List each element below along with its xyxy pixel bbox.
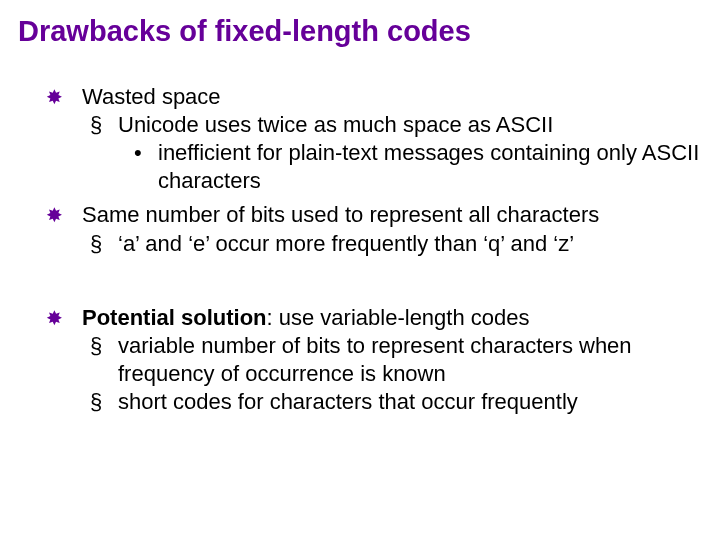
bullet-text: Unicode uses twice as much space as ASCI… [118, 112, 553, 137]
bullet-text: short codes for characters that occur fr… [118, 389, 578, 414]
bullet-rest: : use variable-length codes [267, 305, 530, 330]
star-bullet-icon: ✸ [46, 85, 63, 111]
bullet-text: Potential solution: use variable-length … [82, 305, 530, 330]
bullet-text: inefficient for plain-text messages cont… [158, 140, 699, 193]
bullet-level2: short codes for characters that occur fr… [90, 388, 702, 416]
bold-prefix: Potential solution [82, 305, 267, 330]
bullet-text: Same number of bits used to represent al… [82, 202, 599, 227]
slide: Drawbacks of fixed-length codes ✸ Wasted… [0, 0, 720, 540]
bullet-level2: Unicode uses twice as much space as ASCI… [90, 111, 702, 195]
spacer [46, 264, 702, 304]
bullet-text: variable number of bits to represent cha… [118, 333, 632, 386]
bullet-level1: ✸ Potential solution: use variable-lengt… [46, 304, 702, 417]
bullet-level1: ✸ Same number of bits used to represent … [46, 201, 702, 257]
bullet-level3: inefficient for plain-text messages cont… [130, 139, 702, 195]
bullet-level1: ✸ Wasted space Unicode uses twice as muc… [46, 83, 702, 196]
star-bullet-icon: ✸ [46, 306, 63, 332]
slide-title: Drawbacks of fixed-length codes [18, 14, 702, 49]
bullet-text: ‘a’ and ‘e’ occur more frequently than ‘… [118, 231, 574, 256]
bullet-text: Wasted space [82, 84, 221, 109]
bullet-level2: variable number of bits to represent cha… [90, 332, 702, 388]
star-bullet-icon: ✸ [46, 203, 63, 229]
bullet-level2: ‘a’ and ‘e’ occur more frequently than ‘… [90, 230, 702, 258]
slide-body: ✸ Wasted space Unicode uses twice as muc… [46, 83, 702, 417]
